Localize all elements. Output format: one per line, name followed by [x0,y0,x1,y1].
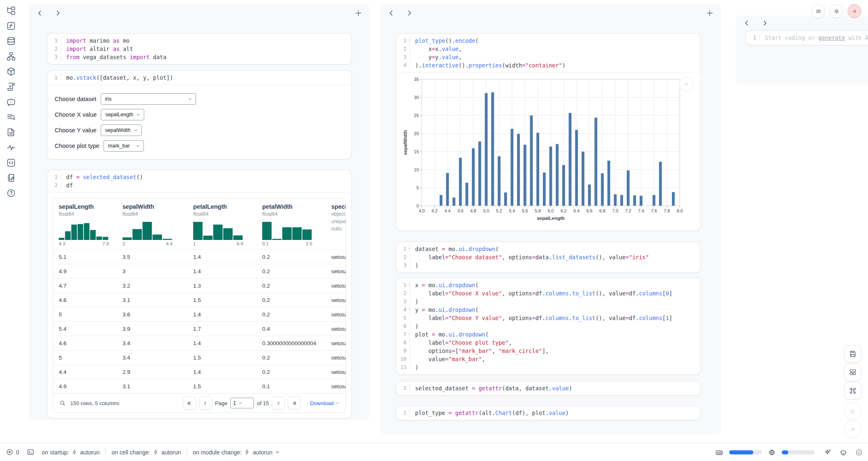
keyboard-shortcuts-button[interactable] [844,382,861,399]
table-cell: setosa [326,383,346,390]
code-editor[interactable]: 1plot_type().encode(2 x=x.value,3 y=y.va… [396,34,700,72]
table-cell: 3.1 [117,297,187,303]
on-module-change-setting[interactable]: on module change: autorun [193,449,280,456]
prev-page-button[interactable] [199,396,212,410]
layout-toggle-button[interactable] [844,364,861,381]
terminal-icon [27,448,35,456]
table-row[interactable]: 5.43.91.70.4setosa [53,321,346,336]
scratchpad-icon[interactable] [6,173,16,183]
code-editor[interactable]: 1dataset = mo.ui.dropdown(2 label="Choos… [396,242,700,272]
snippets-icon[interactable] [6,158,16,168]
last-page-button[interactable] [288,396,301,410]
bar [452,198,455,206]
chevron-right-icon[interactable] [54,9,62,17]
fold-chevron-icon[interactable] [407,332,411,336]
code-editor[interactable]: 1df = selected_dataset()2df [47,170,351,192]
add-cell-icon[interactable] [354,9,362,17]
control-label: Choose X value [55,111,97,118]
table-cell: 3.6 [117,311,187,318]
settings-button[interactable] [829,4,843,18]
database-icon[interactable] [6,36,16,46]
dependency-graph-icon[interactable] [6,51,16,61]
column-header-petalWidth[interactable]: petalWidthfloat640.12.5 [256,203,326,246]
function-icon[interactable] [6,21,16,31]
fold-chevron-icon[interactable] [407,307,411,311]
dataset-select[interactable]: iris [101,93,196,105]
code-editor[interactable]: 1plot_type = getattr(alt.Chart(df), plot… [396,406,700,420]
search-logs-icon[interactable] [6,112,16,122]
code-line: 1import marimo as mo [47,37,351,45]
x-value-select[interactable]: sepalLength [101,109,144,120]
first-page-button[interactable] [183,396,196,410]
plot-type-select[interactable]: mark_bar [104,140,144,152]
activity-icon[interactable] [6,143,16,152]
on-startup-setting[interactable]: on startup: autorun [42,449,100,456]
table-row[interactable]: 4.63.41.40.3000000000000004setosa [53,336,346,350]
script-icon[interactable] [6,82,16,92]
chart-menu-button[interactable] [679,77,694,92]
code-editor[interactable]: 1selected_dataset = getattr(data, datase… [396,381,700,395]
chevron-left-icon[interactable] [36,9,44,17]
chevron-right-icon[interactable] [761,19,769,27]
column-header-species[interactable]: speciesobjectunique values:nulls: [326,203,346,246]
code-editor[interactable]: 1import marimo as mo2import altair as al… [47,34,351,64]
svg-text:7.6: 7.6 [651,208,657,213]
table-cell: 4.6 [53,297,117,303]
code-editor[interactable]: 1x = mo.ui.dropdown(2 label="Choose X va… [396,278,700,374]
help-icon[interactable] [6,188,16,198]
bar [575,130,578,206]
menu-button[interactable] [811,4,825,18]
column-header-sepalWidth[interactable]: sepalWidthfloat6424.4 [117,203,187,246]
column-name: sepalLength [59,203,117,210]
stop-button[interactable] [844,403,861,420]
on-cell-change-setting[interactable]: on cell change: autorun [111,449,181,456]
cpu-icon [768,448,776,456]
chevron-left-icon[interactable] [743,19,750,27]
column-header-sepalLength[interactable]: sepalLengthfloat644.37.9 [53,203,117,246]
y-value-select[interactable]: sepalWidth [101,124,142,136]
fold-chevron-icon[interactable] [407,38,411,42]
connection-status-icon[interactable] [855,448,863,456]
generate-link[interactable]: generate [818,35,845,41]
line-number: 2 [396,289,410,297]
assistant-bot-button[interactable] [839,448,847,456]
ai-sparkle-button[interactable] [824,448,832,456]
table-row[interactable]: 53.41.50.2setosa [53,350,346,364]
table-row[interactable]: 4.42.91.40.2setosa [53,364,346,379]
table-row[interactable]: 4.931.40.2setosa [53,264,346,278]
column-1-header [29,4,370,22]
add-cell-icon[interactable] [706,9,714,17]
error-count-badge[interactable]: 0 [6,448,19,456]
run-button[interactable] [844,421,861,438]
code-line: 2 label="Choose dataset", options=data.l… [396,253,700,261]
search-icon[interactable] [59,399,66,407]
close-panel-button[interactable] [847,4,861,18]
bar-chart[interactable]: 4.04.24.44.64.85.05.25.45.65.86.06.26.46… [401,76,693,229]
page-select[interactable]: 1 [230,398,254,408]
table-row[interactable]: 4.63.11.50.2setosa [53,293,346,307]
table-row[interactable]: 4.73.21.30.2setosa [53,278,346,293]
download-button[interactable]: Download [310,400,340,406]
table-row[interactable]: 4.93.11.50.1setosa [53,379,346,393]
file-tree-icon[interactable] [6,6,16,16]
table-row[interactable]: 53.61.40.2setosa [53,307,346,321]
document-icon[interactable] [6,127,16,137]
code-line: 3) [396,297,700,306]
table-row[interactable]: 5.13.51.40.2setosa [53,249,346,264]
column-header-petalLength[interactable]: petalLengthfloat6416.9 [187,203,256,246]
code-editor[interactable]: 1mo.vstack([dataset, x, y, plot]) [47,71,351,85]
save-button[interactable] [844,345,861,362]
next-page-button[interactable] [272,396,285,410]
chatbot-icon[interactable] [6,97,16,107]
scratchpad-editor[interactable]: 1 Start coding or generate with AI [746,31,868,45]
table-cell: 0.4 [256,326,326,332]
terminal-button[interactable] [27,448,35,456]
table-cell: 4.9 [53,383,117,390]
chevron-left-icon[interactable] [388,9,395,17]
code-text: label="Choose plot type", [410,339,512,347]
fold-chevron-icon[interactable] [407,283,411,286]
memory-icon [715,448,723,456]
package-icon[interactable] [6,67,16,76]
chevron-right-icon[interactable] [406,9,413,17]
fold-chevron-icon[interactable] [407,247,411,250]
